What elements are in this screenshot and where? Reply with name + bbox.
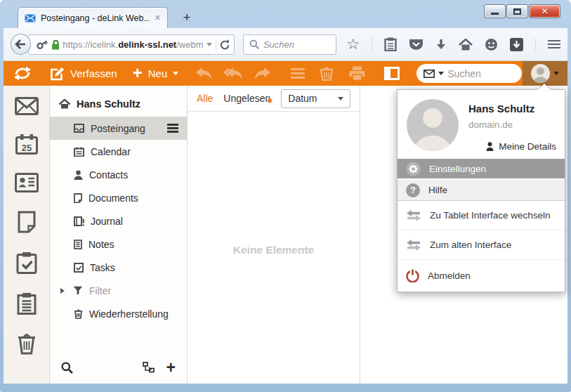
expand-arrow-icon[interactable]	[60, 288, 65, 294]
mail-search-input[interactable]	[447, 68, 504, 79]
avatar	[531, 64, 550, 83]
rail-trash-icon[interactable]	[17, 333, 37, 355]
minimize-button[interactable]	[484, 4, 506, 18]
reload-icon[interactable]	[220, 39, 229, 50]
folder-item-journal[interactable]: Journal	[50, 209, 187, 233]
my-details-link[interactable]: Meine Details	[468, 141, 556, 152]
new-tab-button[interactable]: +	[176, 8, 197, 26]
menu-item-tablet-interface[interactable]: Zu Tablet Interface wechseln	[398, 201, 565, 230]
compose-button[interactable]: Verfassen	[50, 67, 117, 81]
url-bar[interactable]: https://icelink.delink-ssl.net/webmail/?	[28, 34, 235, 55]
folder-item-documents[interactable]: Documents	[50, 186, 187, 209]
rail-contacts-icon[interactable]	[15, 173, 39, 192]
folder-hierarchy-icon[interactable]	[143, 362, 155, 373]
close-button[interactable]: ✕	[529, 4, 560, 18]
home-icon[interactable]	[459, 39, 473, 51]
reply-all-icon[interactable]	[223, 67, 243, 80]
rail-calendar-icon[interactable]: 25	[15, 133, 38, 155]
panel-layout-icon	[384, 67, 400, 80]
lock-icon[interactable]	[51, 39, 60, 50]
folder-label: Documents	[88, 192, 138, 204]
new-label: Neu	[148, 67, 168, 79]
funnel-icon	[73, 286, 83, 295]
tab-close-icon[interactable]: ✕	[155, 13, 161, 22]
menu-item-hilfe[interactable]: ? Hilfe	[398, 180, 565, 201]
menu-item-abmelden[interactable]: Abmelden	[398, 260, 565, 292]
account-root[interactable]: Hans Schultz	[50, 93, 187, 117]
browser-window: Posteingang - deLink Web... ✕ + ✕ https:…	[0, 0, 571, 392]
user-name: Hans Schultz	[468, 103, 556, 115]
divider	[535, 38, 536, 51]
inbox-icon	[74, 124, 84, 133]
folder-item-posteingang[interactable]: Posteingang	[50, 117, 187, 140]
maximize-button[interactable]	[506, 4, 528, 18]
back-button[interactable]	[11, 34, 31, 55]
delete-icon[interactable]	[319, 66, 334, 81]
person-icon	[74, 170, 83, 180]
reply-icon[interactable]	[195, 67, 212, 80]
folder-label: Tasks	[90, 262, 115, 273]
user-menu-button[interactable]	[523, 61, 567, 86]
message-list-pane: Alle Ungelesen✱ Datum Keine Elemente	[188, 86, 360, 384]
list-view-icon[interactable]	[291, 66, 305, 81]
feedback-smiley-icon[interactable]	[485, 38, 498, 51]
key-icon[interactable]	[34, 37, 49, 52]
forward-icon[interactable]	[254, 67, 271, 80]
url-text[interactable]: https://icelink.delink-ssl.net/webmail/?	[63, 39, 202, 50]
user-dropdown-menu: Hans Schultz domain.de Meine Details Ein…	[397, 89, 565, 292]
browser-search[interactable]	[243, 34, 336, 55]
divider	[216, 38, 216, 51]
downloads-arrow-icon[interactable]	[435, 39, 447, 51]
mail-search[interactable]	[416, 64, 522, 83]
download-manager-icon[interactable]	[510, 38, 523, 51]
empty-state-text: Keine Elemente	[188, 244, 360, 256]
folder-item-notes[interactable]: Notes	[50, 233, 187, 256]
bookmark-star-icon[interactable]: ☆	[346, 37, 360, 51]
titlebar[interactable]: Posteingang - deLink Web... ✕ + ✕	[4, 0, 567, 28]
reading-pane-toggle[interactable]	[384, 67, 400, 80]
maximize-icon	[513, 8, 521, 15]
unread-marker-icon: ✱	[267, 97, 273, 105]
menu-item-altes-interface[interactable]: Zum alten Interface	[398, 230, 565, 260]
menu-notch	[538, 84, 551, 90]
folder-item-tasks[interactable]: Tasks	[50, 256, 187, 279]
rail-notes-icon[interactable]	[17, 292, 37, 315]
print-icon[interactable]	[348, 66, 366, 81]
browser-tab[interactable]: Posteingang - deLink Web... ✕	[18, 7, 168, 28]
folder-label: Calendar	[91, 146, 131, 157]
folder-label: Posteingang	[91, 123, 145, 134]
calendar-icon	[74, 147, 84, 157]
menu-item-einstellungen[interactable]: Einstellungen	[398, 159, 565, 180]
plus-icon: +	[133, 65, 143, 81]
person-silhouette-icon	[407, 99, 459, 151]
filter-unread[interactable]: Ungelesen✱	[223, 93, 270, 104]
new-dropdown-icon	[173, 72, 178, 75]
rail-tasks-icon[interactable]	[16, 251, 37, 274]
menu-hamburger-icon[interactable]	[548, 38, 560, 51]
folder-item-filter[interactable]: Filter	[50, 279, 187, 302]
folder-pane: Hans Schultz Posteingang Calendar Contac…	[50, 86, 188, 384]
browser-search-input[interactable]	[263, 39, 325, 50]
new-button[interactable]: + Neu	[133, 66, 179, 81]
search-scope-dropdown-icon[interactable]	[438, 72, 444, 75]
refresh-button[interactable]	[13, 66, 32, 81]
search-icon	[249, 39, 259, 49]
rail-documents-icon[interactable]	[18, 211, 36, 233]
svg-text:25: 25	[21, 143, 31, 153]
add-folder-button[interactable]: +	[166, 360, 176, 376]
divider	[372, 38, 372, 51]
avatar-large	[407, 99, 459, 151]
pocket-icon[interactable]	[409, 38, 424, 51]
rail-mail-icon[interactable]	[15, 97, 39, 115]
sort-select[interactable]: Datum	[281, 89, 350, 108]
folder-item-wiederherstellung[interactable]: Wiederherstellung	[50, 302, 187, 325]
reading-list-icon[interactable]	[384, 37, 397, 51]
user-domain: domain.de	[468, 119, 556, 130]
folder-item-calendar[interactable]: Calendar	[50, 140, 187, 163]
message-list[interactable]: Keine Elemente	[188, 112, 360, 384]
url-dropdown-icon[interactable]	[206, 43, 212, 46]
filter-all[interactable]: Alle	[197, 93, 213, 104]
folder-search-icon[interactable]	[61, 362, 73, 374]
folder-context-menu-icon[interactable]	[167, 122, 178, 135]
folder-item-contacts[interactable]: Contacts	[50, 163, 187, 186]
